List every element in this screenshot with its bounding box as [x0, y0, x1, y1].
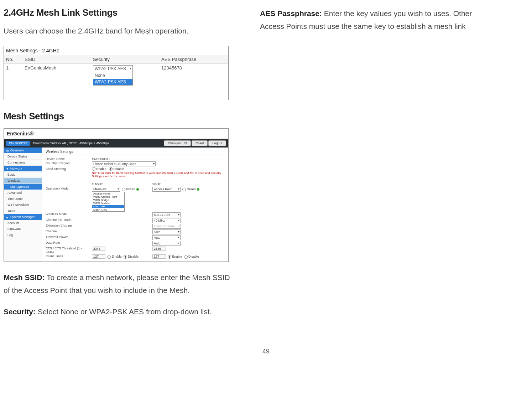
sidebar-item-firmware[interactable]: Firmware: [4, 226, 42, 232]
device-name-value: ENH900EXT: [92, 157, 110, 161]
management-icon: ☰: [6, 185, 9, 188]
col-5ghz-header: 5GHz: [152, 182, 202, 186]
op-mode-label: Operation Mode: [46, 187, 88, 190]
disable-label: Disable: [114, 167, 124, 171]
enable-label: Enable: [172, 255, 182, 258]
op-mode-24-select[interactable]: Mesh-AP: [92, 187, 120, 192]
system-icon: ∎: [6, 216, 9, 218]
screenshot-wireless-settings: EnGenius® ENH900EXT Dual Radio Outdoor A…: [4, 128, 229, 262]
wireless-mode-5-select[interactable]: 802.11 A/N: [152, 212, 181, 217]
mesh-ssid-paragraph: Mesh SSID: To create a mesh network, ple…: [4, 271, 231, 296]
green-24-label: Green: [126, 187, 135, 191]
sidebar-group-management[interactable]: ☰Management: [4, 184, 42, 190]
op-mode-5-select[interactable]: Access Point: [152, 187, 181, 192]
security-paragraph: Security: Select None or WPA2-PSK AES fr…: [4, 305, 231, 318]
sidebar-item-account[interactable]: Account: [4, 220, 42, 226]
op-mode-24-list[interactable]: Access Point WDS Access Point WDS Bridge…: [92, 192, 125, 212]
green-24-radio[interactable]: [122, 188, 125, 191]
op-mode-opt-wdsbridge[interactable]: WDS Bridge: [92, 198, 124, 202]
band-steer-disable-radio[interactable]: [109, 167, 113, 171]
band-steer-note: NOTE: In order for Band Steering functio…: [92, 171, 225, 178]
overview-icon: ◎: [6, 149, 9, 152]
reset-button[interactable]: Reset: [192, 140, 208, 146]
security-selected: WPA2-PSK AES: [93, 66, 132, 72]
op-mode-opt-meshap[interactable]: Mesh-AP: [92, 205, 124, 208]
cell-aes: 12345678: [159, 63, 228, 87]
rts-5-input[interactable]: 2346: [152, 247, 166, 251]
network-icon: ✦: [6, 167, 9, 170]
sidebar-label: Management: [10, 185, 29, 188]
channel-5-select[interactable]: Auto: [152, 229, 181, 234]
sidebar-item-basic[interactable]: Basic: [4, 172, 42, 178]
tx-power-5-select[interactable]: Auto: [152, 235, 181, 240]
heading-24ghz-mesh-link: 2.4GHz Mesh Link Settings: [4, 7, 231, 18]
screenshot-mesh-settings-table: Mesh Settings - 2.4GHz No. SSID Security…: [4, 46, 229, 100]
logout-button[interactable]: Logout: [208, 140, 226, 146]
cl-5-disable-radio[interactable]: [184, 255, 188, 259]
cl-5-enable-radio[interactable]: [168, 255, 171, 259]
table-row: 1 EnGeniusMesh WPA2-PSK AES None WPA2-PS…: [4, 63, 228, 87]
heading-mesh-settings: Mesh Settings: [4, 111, 231, 122]
col-security: Security: [91, 55, 159, 64]
security-text: Select None or WPA2-PSK AES from drop-do…: [36, 307, 212, 316]
sidebar-item-device-status[interactable]: Device Status: [4, 154, 42, 160]
aes-label: AES Passphrase:: [260, 9, 322, 17]
green-5-radio[interactable]: [182, 188, 186, 191]
col-ssid: SSID: [22, 55, 91, 64]
sidebar-label: Network: [10, 167, 22, 170]
op-mode-opt-ap[interactable]: Access Point: [92, 192, 124, 195]
ext-ch-label: Extension Channel: [46, 224, 88, 227]
band-steering-label: Band Steering: [46, 167, 88, 171]
model-desc: Dual Radio Outdoor AP , 3T3R , 450Mbps +…: [33, 141, 110, 145]
sidebar-label: Overview: [10, 149, 24, 152]
sidebar-item-wireless[interactable]: Wireless: [4, 178, 42, 184]
rts-24-input[interactable]: 2346: [92, 247, 105, 251]
brand-logo: EnGenius®: [4, 129, 228, 139]
client-limits-5-input[interactable]: 127: [152, 254, 166, 259]
disable-label: Disable: [188, 255, 199, 258]
tx-power-label: Transmit Power: [46, 235, 88, 239]
sidebar-group-network[interactable]: ✦Network: [4, 166, 42, 172]
security-option-wpa2[interactable]: WPA2-PSK AES: [93, 79, 132, 85]
wireless-settings-title: Wireless Settings: [46, 150, 225, 155]
op-mode-opt-meshonly[interactable]: Mesh-Only: [92, 208, 124, 211]
model-badge: ENH900EXT: [6, 141, 30, 146]
sidebar-item-log[interactable]: Log: [4, 232, 42, 238]
green-dot-icon: [197, 188, 199, 191]
page-number: 49: [4, 348, 528, 355]
mesh-settings-table: No. SSID Security AES Passphrase 1 EnGen…: [4, 55, 228, 100]
sidebar-item-wifi-scheduler[interactable]: WiFi Scheduler: [4, 202, 42, 208]
cl-24-enable-radio[interactable]: [107, 255, 111, 259]
ch-ht-5-select[interactable]: 40 MHz: [152, 218, 181, 223]
data-rate-5-select[interactable]: Auto: [152, 241, 181, 246]
security-dropdown[interactable]: WPA2-PSK AES None WPA2-PSK AES: [93, 65, 133, 86]
col-aes: AES Passphrase: [159, 55, 228, 64]
col-no: No.: [4, 55, 22, 64]
rts-label: RTS / CTS Threshold (1 - 2346): [46, 247, 88, 254]
op-mode-opt-wdsap[interactable]: WDS Access Point: [92, 195, 124, 198]
country-select[interactable]: Please Select a Country Code: [92, 161, 156, 166]
sidebar-item-advanced[interactable]: Advanced: [4, 190, 42, 196]
sidebar-group-overview[interactable]: ◎Overview: [4, 148, 42, 154]
enable-label: Enable: [97, 167, 106, 171]
band-steer-enable-radio[interactable]: [92, 167, 95, 171]
sidebar-item-tools[interactable]: Tools: [4, 208, 42, 214]
sidebar-group-system[interactable]: ∎System Manager: [4, 214, 42, 220]
security-option-none[interactable]: None: [93, 72, 132, 79]
sidebar-item-connections[interactable]: Connections: [4, 160, 42, 166]
channel-label: Channel: [46, 229, 88, 233]
cl-24-disable-radio[interactable]: [124, 255, 127, 259]
op-mode-opt-wdsstation[interactable]: WDS Station: [92, 202, 124, 205]
mesh-ssid-label: Mesh SSID:: [4, 273, 45, 281]
sidebar-item-timezone[interactable]: Time Zone: [4, 196, 42, 202]
col-24ghz-header: 2.4GHz: [92, 182, 142, 186]
ext-ch-5-select[interactable]: Lower Channel: [152, 224, 181, 229]
client-limits-24-input[interactable]: 127: [92, 254, 105, 259]
content-panel: Wireless Settings Device Name ENH900EXT …: [42, 148, 228, 262]
disable-label: Disable: [128, 255, 139, 258]
security-label: Security:: [4, 307, 36, 316]
changes-button[interactable]: Changes : 13: [164, 140, 191, 146]
sidebar: ◎Overview Device Status Connections ✦Net…: [4, 148, 42, 262]
green-dot-icon: [136, 188, 139, 191]
cell-no: 1: [4, 63, 22, 87]
